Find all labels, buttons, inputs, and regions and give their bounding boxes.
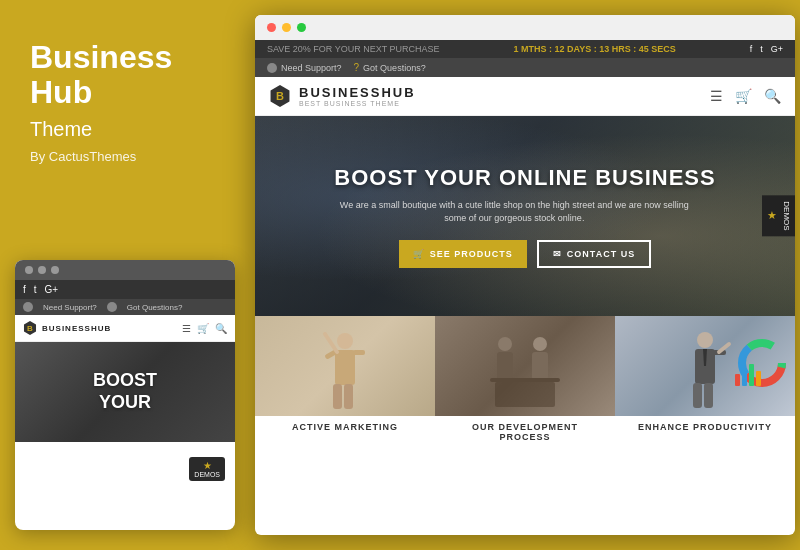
question-icon: ?	[354, 62, 360, 73]
browser-title-bar	[255, 15, 795, 40]
contact-us-label: CONTACT US	[567, 249, 635, 259]
countdown-timer: 1 MTHS : 12 DAYS : 13 HRS : 45 SECS	[514, 44, 676, 54]
svg-point-13	[697, 332, 713, 348]
dot-2	[38, 266, 46, 274]
svg-rect-4	[333, 384, 342, 409]
feature-cards: ACTIVE MARKETING OUR DEVELOPMENT PROCESS	[255, 316, 795, 451]
svg-rect-10	[532, 352, 548, 380]
svg-rect-3	[353, 350, 365, 355]
card-3-label: ENHANCE PRODUCTIVITY	[615, 416, 795, 438]
cart-icon[interactable]: 🛒	[735, 88, 752, 104]
hamburger-menu-icon[interactable]: ☰	[710, 88, 723, 104]
browser-window: SAVE 20% FOR YOUR NEXT PURCHASE 1 MTHS :…	[255, 15, 795, 535]
mobile-twitter-icon: t	[34, 284, 37, 295]
mobile-preview-card: f t G+ Need Support? Got Questions? B BU…	[15, 260, 235, 530]
mobile-brand-name: BUSINESSHUB	[42, 324, 111, 333]
dot-1	[25, 266, 33, 274]
star-icon: ★	[766, 210, 779, 223]
mobile-logo-bar: B BUSINESSHUB ☰ 🛒 🔍	[15, 315, 235, 342]
cart-btn-icon: 🛒	[413, 249, 425, 259]
mobile-star-icon: ★	[203, 460, 212, 471]
hero-subtext: We are a small boutique with a cute litt…	[334, 199, 694, 226]
svg-rect-8	[497, 352, 513, 380]
mobile-brand: B BUSINESSHUB	[23, 321, 111, 335]
brand-name: BUSINESSHUB	[299, 85, 416, 100]
svg-rect-11	[490, 378, 560, 382]
svg-point-0	[337, 333, 353, 349]
mobile-support-bar: Need Support? Got Questions?	[15, 299, 235, 315]
support-bar: Need Support? ? Got Questions?	[255, 58, 795, 77]
mobile-need-support: Need Support?	[43, 303, 97, 312]
card-2-label: OUR DEVELOPMENT PROCESS	[435, 416, 615, 448]
mobile-facebook-icon: f	[23, 284, 26, 295]
card-2-image	[435, 316, 615, 416]
mobile-search-icon[interactable]: 🔍	[215, 323, 227, 334]
svg-rect-18	[693, 383, 702, 408]
demo-badge: ★ DEMOS	[762, 195, 795, 236]
svg-point-9	[533, 337, 547, 351]
mobile-demos-badge: ★ DEMOS	[189, 457, 225, 481]
got-questions-text[interactable]: Got Questions?	[363, 63, 426, 73]
mobile-nav-bar: f t G+	[15, 280, 235, 299]
mobile-brand-icon: B	[23, 321, 37, 335]
cta-buttons: 🛒 SEE PRODUCTS ✉ CONTACT US	[334, 240, 715, 268]
svg-rect-24	[742, 368, 747, 386]
support-left: Need Support? ? Got Questions?	[267, 62, 426, 73]
gplus-icon[interactable]: G+	[771, 44, 783, 54]
svg-rect-5	[344, 384, 353, 409]
svg-line-6	[325, 334, 337, 352]
mobile-demos-label: DEMOS	[194, 471, 220, 478]
support-icon	[267, 63, 277, 73]
main-nav: B BUSINESSHUB BEST BUSINESS THEME ☰ 🛒 🔍	[255, 77, 795, 116]
mobile-question-icon	[107, 302, 117, 312]
mobile-support-icon	[23, 302, 33, 312]
chart-overlay	[735, 336, 790, 395]
svg-rect-19	[704, 383, 713, 408]
mobile-cart-icon[interactable]: 🛒	[197, 323, 209, 334]
see-products-button[interactable]: 🛒 SEE PRODUCTS	[399, 240, 527, 268]
svg-point-7	[498, 337, 512, 351]
window-dots-bar	[15, 260, 235, 280]
need-support-item: Need Support?	[267, 63, 342, 73]
theme-title: Business Hub	[30, 40, 215, 110]
svg-rect-12	[495, 382, 555, 407]
mobile-got-questions: Got Questions?	[127, 303, 183, 312]
theme-subtitle: Theme	[30, 118, 215, 141]
theme-author: By CactusThemes	[30, 149, 215, 164]
hero-section: BOOST YOUR ONLINE BUSINESS We are a smal…	[255, 116, 795, 316]
got-questions-item: ? Got Questions?	[354, 62, 426, 73]
contact-us-button[interactable]: ✉ CONTACT US	[537, 240, 651, 268]
promo-text: SAVE 20% FOR YOUR NEXT PURCHASE	[267, 44, 440, 54]
search-icon[interactable]: 🔍	[764, 88, 781, 104]
mobile-hero: BOOST YOUR	[15, 342, 235, 442]
brand-icon: B	[269, 85, 291, 107]
facebook-icon[interactable]: f	[750, 44, 753, 54]
nav-icons: ☰ 🛒 🔍	[710, 88, 781, 104]
browser-dot-3	[297, 23, 306, 32]
svg-rect-25	[749, 364, 754, 386]
hero-heading: BOOST YOUR ONLINE BUSINESS	[334, 165, 715, 191]
mobile-gplus-icon: G+	[45, 284, 59, 295]
svg-rect-1	[335, 350, 355, 385]
card-active-marketing: ACTIVE MARKETING	[255, 316, 435, 451]
browser-dot-1	[267, 23, 276, 32]
promo-bar: SAVE 20% FOR YOUR NEXT PURCHASE 1 MTHS :…	[255, 40, 795, 58]
mobile-logo-bar-icons: ☰ 🛒 🔍	[182, 323, 227, 334]
promo-social-bar: f t G+	[750, 44, 783, 54]
brand-text-group: BUSINESSHUB BEST BUSINESS THEME	[299, 85, 416, 107]
brand-area: B BUSINESSHUB BEST BUSINESS THEME	[269, 85, 416, 107]
see-products-label: SEE PRODUCTS	[430, 249, 513, 259]
card-productivity: ENHANCE PRODUCTIVITY	[615, 316, 795, 451]
mobile-menu-icon[interactable]: ☰	[182, 323, 191, 334]
contact-btn-icon: ✉	[553, 249, 562, 259]
svg-rect-23	[735, 374, 740, 386]
mobile-hero-text: BOOST YOUR	[93, 370, 157, 413]
card-development: OUR DEVELOPMENT PROCESS	[435, 316, 615, 451]
need-support-text[interactable]: Need Support?	[281, 63, 342, 73]
mobile-brand-text: BUSINESSHUB	[42, 324, 111, 333]
demos-badge-label: DEMOS	[782, 201, 791, 230]
card-1-label: ACTIVE MARKETING	[255, 416, 435, 438]
hero-content: BOOST YOUR ONLINE BUSINESS We are a smal…	[334, 165, 715, 268]
twitter-icon[interactable]: t	[760, 44, 763, 54]
mobile-social-icons: f t G+	[23, 284, 58, 295]
